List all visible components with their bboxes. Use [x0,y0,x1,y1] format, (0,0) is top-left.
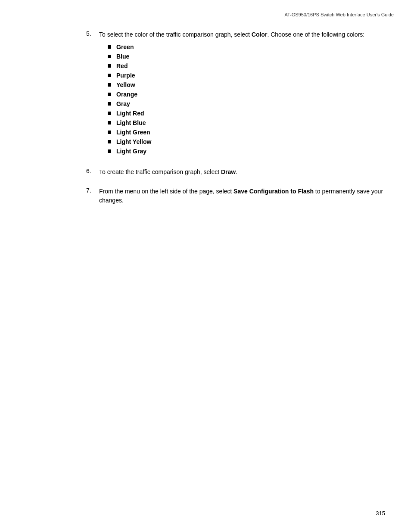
page-header: AT-GS950/16PS Switch Web Interface User'… [284,12,394,17]
bullet-icon [108,83,111,87]
step-6: 6. To create the traffic comparison grap… [86,168,385,177]
bullet-icon [108,149,111,153]
list-item: Blue [108,53,385,60]
list-item: Green [108,44,385,50]
list-item: Light Yellow [108,138,385,145]
bullet-icon [108,45,111,49]
page-content: 5. To select the color of the traffic co… [86,30,385,205]
step-7: 7. From the menu on the left side of the… [86,187,385,205]
bullet-icon [108,74,111,77]
header-title: AT-GS950/16PS Switch Web Interface User'… [284,12,394,17]
bullet-icon [108,102,111,106]
color-list: Green Blue Red Purple Yellow Orange Gray… [108,44,385,155]
list-item: Red [108,62,385,69]
step-7-number: 7. [86,187,99,194]
bullet-icon [108,140,111,143]
step-5-number: 5. [86,30,99,37]
step-6-number: 6. [86,168,99,174]
step-6-body: To create the traffic comparison graph, … [99,168,385,177]
step-6-text: To create the traffic comparison graph, … [99,168,385,177]
list-item: Light Green [108,129,385,136]
bullet-icon [108,112,111,115]
step-5-text: To select the color of the traffic compa… [99,30,385,39]
step-7-text: From the menu on the left side of the pa… [99,187,385,205]
bullet-icon [108,64,111,68]
list-item: Gray [108,100,385,107]
list-item: Light Blue [108,119,385,126]
page-number: 315 [376,510,385,516]
step-7-body: From the menu on the left side of the pa… [99,187,385,205]
list-item: Orange [108,91,385,98]
step-5-body: To select the color of the traffic compa… [99,30,385,157]
bullet-icon [108,121,111,124]
bullet-icon [108,55,111,58]
page-footer: 315 [376,510,385,516]
bullet-icon [108,93,111,96]
step-5: 5. To select the color of the traffic co… [86,30,385,157]
bullet-icon [108,131,111,134]
list-item: Light Red [108,110,385,117]
list-item: Light Gray [108,148,385,155]
list-item: Purple [108,72,385,79]
list-item: Yellow [108,81,385,88]
